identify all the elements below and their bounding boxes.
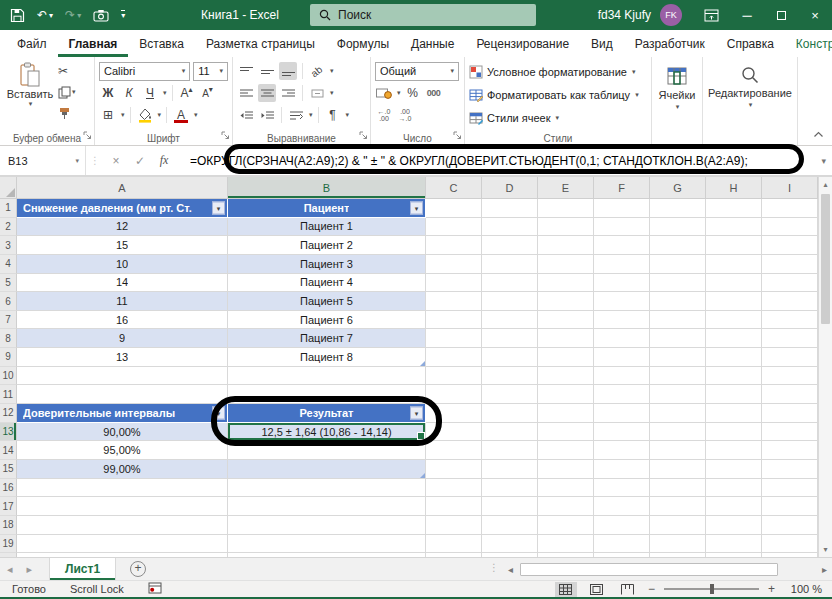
cell-G8[interactable] — [650, 329, 706, 348]
insert-function-button[interactable]: fx — [152, 153, 176, 168]
cell-D12[interactable] — [482, 404, 538, 423]
cell-G18[interactable] — [650, 516, 706, 535]
cell-A15[interactable]: 99,00% — [17, 460, 228, 479]
font-color-button[interactable]: А — [172, 106, 190, 124]
decrease-indent-button[interactable] — [237, 106, 255, 124]
cell-C2[interactable] — [426, 218, 482, 237]
cell-E16[interactable] — [538, 479, 594, 498]
cell-H19[interactable] — [706, 535, 762, 554]
cell-B17[interactable] — [228, 497, 426, 516]
close-button[interactable]: × — [798, 0, 832, 30]
percent-style-button[interactable]: % — [404, 84, 422, 102]
scroll-right-icon[interactable]: ▸ — [817, 564, 832, 575]
filter-button[interactable]: ▾ — [410, 201, 423, 214]
tab-рецензирование[interactable]: Рецензирование — [465, 30, 580, 57]
cell-C16[interactable] — [426, 479, 482, 498]
number-dialog-launcher[interactable] — [453, 129, 462, 143]
cell-E18[interactable] — [538, 516, 594, 535]
cell-E2[interactable] — [538, 218, 594, 237]
column-header-G[interactable]: G — [650, 177, 706, 199]
row-header-15[interactable]: 15 — [0, 460, 17, 479]
cell-H3[interactable] — [706, 236, 762, 255]
align-right-button[interactable] — [279, 84, 297, 102]
cell-G1[interactable] — [650, 199, 706, 218]
cell-I19[interactable] — [762, 535, 818, 554]
formula-bar-grip[interactable]: ⋮ — [86, 155, 104, 166]
row-header-7[interactable]: 7 — [0, 311, 17, 330]
cell-I4[interactable] — [762, 255, 818, 274]
cell-H18[interactable] — [706, 516, 762, 535]
cell-B7[interactable]: Пациент 6 — [228, 311, 426, 330]
cell-H1[interactable] — [706, 199, 762, 218]
splitter-dots[interactable]: ⋮ — [489, 562, 499, 573]
cell-C7[interactable] — [426, 311, 482, 330]
cell-G19[interactable] — [650, 535, 706, 554]
cell-F4[interactable] — [594, 255, 650, 274]
merge-center-button[interactable] — [308, 84, 326, 102]
row-header-12[interactable]: 12 — [0, 404, 17, 423]
select-all-corner[interactable] — [0, 177, 17, 199]
cell-B6[interactable]: Пациент 5 — [228, 292, 426, 311]
ribbon-display-options-button[interactable] — [692, 0, 730, 30]
format-as-table-button[interactable]: Форматировать как таблицу▾ — [469, 83, 647, 106]
cell-E3[interactable] — [538, 236, 594, 255]
cell-I8[interactable] — [762, 329, 818, 348]
cell-H4[interactable] — [706, 255, 762, 274]
underline-dropdown[interactable]: ▾ — [163, 89, 167, 97]
column-header-B[interactable]: B — [228, 177, 426, 199]
cell-D15[interactable] — [482, 460, 538, 479]
row-header-17[interactable]: 17 — [0, 497, 17, 516]
search-box[interactable]: Поиск — [310, 4, 536, 26]
tab-file[interactable]: Файл — [6, 30, 58, 57]
row-header-3[interactable]: 3 — [0, 236, 17, 255]
column-header-F[interactable]: F — [594, 177, 650, 199]
cell-C8[interactable] — [426, 329, 482, 348]
row-header-1[interactable]: 1 — [0, 199, 17, 218]
row-header-13[interactable]: 13 — [0, 423, 17, 442]
expand-formula-bar-button[interactable]: ▾ — [821, 156, 832, 166]
row-header-5[interactable]: 5 — [0, 274, 17, 293]
confirm-entry-button[interactable]: ✓ — [128, 154, 152, 168]
cell-B10[interactable] — [228, 367, 426, 386]
cell-I10[interactable] — [762, 367, 818, 386]
cell-D19[interactable] — [482, 535, 538, 554]
number-format-select[interactable]: Общий▾ — [375, 62, 459, 81]
text-direction-button[interactable]: ¶ — [324, 106, 342, 124]
cell-C10[interactable] — [426, 367, 482, 386]
undo-dropdown-icon[interactable]: ▾ — [49, 11, 53, 20]
tab-вид[interactable]: Вид — [580, 30, 624, 57]
cell-D6[interactable] — [482, 292, 538, 311]
row-header-14[interactable]: 14 — [0, 441, 17, 460]
prev-sheet-button[interactable]: ◂ — [0, 563, 20, 576]
cancel-entry-button[interactable]: × — [104, 154, 128, 168]
camera-button[interactable] — [93, 9, 109, 22]
cell-A5[interactable]: 14 — [17, 274, 228, 293]
cell-G10[interactable] — [650, 367, 706, 386]
zoom-level[interactable]: 100 % — [784, 583, 822, 595]
user-name[interactable]: fd34 Kjufy — [598, 8, 660, 22]
cell-G13[interactable] — [650, 423, 706, 442]
cell-H11[interactable] — [706, 385, 762, 404]
cell-A19[interactable] — [17, 535, 228, 554]
cell-B4[interactable]: Пациент 3 — [228, 255, 426, 274]
cell-B16[interactable] — [228, 479, 426, 498]
cell-H14[interactable] — [706, 441, 762, 460]
cell-I2[interactable] — [762, 218, 818, 237]
cell-F1[interactable] — [594, 199, 650, 218]
cell-G16[interactable] — [650, 479, 706, 498]
cell-I12[interactable] — [762, 404, 818, 423]
cell-D5[interactable] — [482, 274, 538, 293]
cell-C12[interactable] — [426, 404, 482, 423]
zoom-slider-thumb[interactable] — [710, 584, 714, 594]
cell-B15[interactable] — [228, 460, 426, 479]
cell-C3[interactable] — [426, 236, 482, 255]
cut-button[interactable]: ✂ — [58, 62, 76, 80]
cell-H12[interactable] — [706, 404, 762, 423]
name-box-dropdown-icon[interactable]: ▾ — [75, 157, 79, 165]
filter-button[interactable]: ▾ — [410, 406, 423, 419]
cell-H9[interactable] — [706, 348, 762, 367]
column-header-C[interactable]: C — [426, 177, 482, 199]
tab-разработчик[interactable]: Разработчик — [624, 30, 716, 57]
cell-A12[interactable]: Доверительные интервалы▾ — [17, 404, 228, 423]
cell-E5[interactable] — [538, 274, 594, 293]
